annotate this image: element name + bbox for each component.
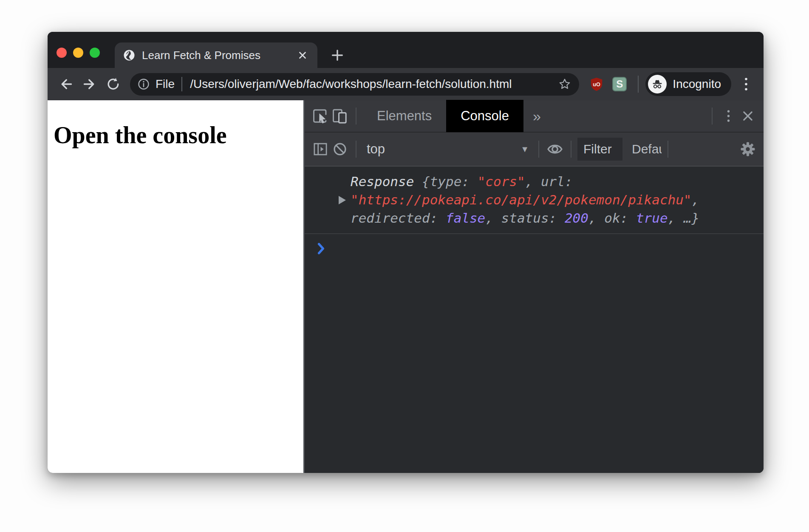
forward-button[interactable] [80,74,99,94]
url-text[interactable]: /Users/oliverjam/Web/fac/workshops/learn… [190,77,552,91]
browser-tab[interactable]: Learn Fetch & Promises [115,42,317,68]
toolbar-divider [638,76,639,93]
javascript-context-dropdown[interactable]: top ▼ [362,141,532,157]
console-text: , url: [525,174,573,189]
console-text: {type: [422,174,478,189]
console-text: Response [351,174,422,189]
back-button[interactable] [56,74,76,94]
screenshot-stage: Learn Fetch & Promises [0,0,809,532]
zoom-window-button[interactable] [90,48,100,58]
console-text: , ok: [588,210,636,226]
console-text: , status: [485,210,565,226]
more-tabs-icon[interactable]: » [523,108,550,125]
incognito-badge: Incognito [645,72,731,96]
device-toolbar-icon[interactable] [330,106,350,126]
devtools-menu-icon[interactable] [718,106,738,126]
bookmark-star-icon[interactable] [558,77,571,91]
devtools-panel: Elements Console » [303,100,764,473]
address-bar[interactable]: File /Users/oliverjam/Web/fac/workshops/… [130,73,579,96]
navigation-toolbar: File /Users/oliverjam/Web/fac/workshops/… [48,68,764,100]
page-title: Open the console [54,122,303,149]
stylus-extension-button[interactable]: S [611,76,628,92]
console-text: , …} [668,210,700,226]
ublock-extension-button[interactable]: uO [588,76,605,92]
prompt-chevron-icon [317,243,326,255]
live-expression-eye-icon[interactable] [545,139,565,159]
console-toolbar-divider [571,141,571,158]
console-text: true [636,210,668,226]
devtools-close-icon[interactable] [738,106,758,126]
minimize-window-button[interactable] [73,48,83,58]
filter-input[interactable] [577,138,622,161]
console-output: Response {type: "cors", url: "https://po… [305,167,764,473]
log-levels-dropdown[interactable]: Default levels [632,142,662,156]
console-text: false [446,210,485,226]
tab-title: Learn Fetch & Promises [142,49,296,62]
tab-console[interactable]: Console [446,100,523,132]
globe-favicon-icon [123,49,135,61]
console-prompt[interactable] [305,234,764,256]
console-text: "https://pokeapi.co/api/v2/pokemon/pikac… [351,192,692,207]
console-sidebar-icon[interactable] [311,139,330,159]
file-scheme-label: File [156,77,175,91]
traffic-lights [57,48,100,58]
window-content: Open the console [48,100,764,473]
settings-gear-icon[interactable] [738,139,758,159]
console-message: Response {type: "cors", url: "https://po… [305,167,764,234]
devtools-tab-bar: Elements Console » [305,100,764,133]
context-label: top [362,141,520,157]
browser-window: Learn Fetch & Promises [48,32,764,473]
clear-console-icon[interactable] [330,139,350,159]
address-divider [181,77,182,91]
devtools-divider [356,108,356,125]
svg-text:uO: uO [593,82,601,88]
console-toolbar-divider [668,141,668,158]
tab-close-icon[interactable] [296,49,309,62]
reload-button[interactable] [104,74,123,94]
stylus-s-icon: S [612,77,627,91]
browser-menu-icon[interactable] [737,75,755,93]
object-expander-icon[interactable] [339,196,346,204]
console-toolbar-divider [538,141,539,158]
incognito-label: Incognito [673,77,721,91]
close-window-button[interactable] [57,48,67,58]
tab-strip: Learn Fetch & Promises [48,32,764,68]
new-tab-button[interactable] [328,46,347,65]
incognito-icon [648,75,667,93]
chevron-down-icon: ▼ [520,144,532,154]
console-toolbar: top ▼ Default levels [305,133,764,167]
tab-elements[interactable]: Elements [362,100,446,132]
devtools-divider [712,108,713,125]
console-toolbar-divider [356,141,356,158]
console-text: 200 [565,210,588,226]
inspect-element-icon[interactable] [311,106,330,126]
page-info-icon[interactable] [138,78,150,90]
console-text: "cors" [478,174,525,189]
web-page: Open the console [48,100,303,473]
